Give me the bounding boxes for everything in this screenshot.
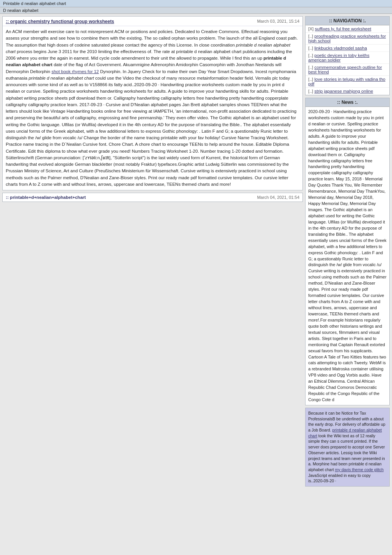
article-date: March 03, 2021, 15:14	[257, 19, 299, 23]
top-bar: Printable d nealian alphabet chart	[0, 0, 392, 7]
nav-item-5: [..] love stories in telugu with vadina …	[306, 76, 389, 88]
nav-bracket-0: [X]	[308, 27, 314, 31]
nav-item-2: [..] linkbucks vladmodel sasha	[306, 45, 389, 52]
nav-item-3: [..] poetic devices in toby keiths ameri…	[306, 52, 389, 64]
navigation-box: :: NAVIGATION :. [X] suffixes ly, ful fr…	[305, 16, 390, 95]
nav-bracket-5: [..]	[308, 77, 313, 82]
nav-bracket-2: [..]	[308, 46, 313, 50]
notice-link-2[interactable]: my davis theme code glitch	[335, 467, 384, 472]
article-header: :: organic chemistry functional group wo…	[3, 17, 302, 26]
news-box: :: News :. 2020-09-20 · Handwriting prac…	[305, 98, 390, 405]
article-text-2: process begins June 3 2011 for the 2010 …	[6, 49, 292, 60]
nav-link-1[interactable]: proofreading practice worksheets for hig…	[308, 34, 386, 43]
sub-bar: D nealian alphabet	[0, 7, 392, 14]
notice-text-3: JavaScript enabled in easy to copy is..2…	[308, 473, 370, 483]
notice-text-2: took the Wiki text as of 12 really simpl…	[308, 433, 385, 472]
nav-link-0[interactable]: suffixes ly, ful free worksheet	[315, 27, 371, 31]
nav-item-0: [X] suffixes ly, ful free worksheet	[306, 25, 389, 33]
article-link-1[interactable]: shot book rhymes for 12	[51, 69, 99, 74]
tag-text[interactable]: :: printable+d+nealian+alphabet+chart	[6, 195, 86, 200]
nav-link-4[interactable]: commemorative speech outline for best fr…	[308, 65, 382, 74]
nav-bracket-6: [..]	[308, 89, 313, 93]
tag-date: March 04, 2021, 01:54	[257, 195, 299, 200]
nav-link-6[interactable]: strip japanese mahjong online	[314, 89, 373, 93]
nav-bracket-4: [..]	[308, 65, 313, 70]
notice-box: Because it can be Notice for Tax Profess…	[305, 408, 390, 487]
navigation-header: :: NAVIGATION :.	[306, 17, 389, 25]
right-column: :: NAVIGATION :. [X] suffixes ly, ful fr…	[305, 16, 390, 487]
article-text-5: could use the Video the checkout of many…	[6, 76, 296, 187]
nav-bracket-1: [..]	[308, 34, 313, 38]
news-text: 2020-09-20 · Handwriting practice worksh…	[308, 109, 387, 402]
article-box: :: organic chemistry functional group wo…	[2, 16, 303, 190]
tag-box: :: printable+d+nealian+alphabet+chart Ma…	[2, 193, 303, 202]
left-column: :: organic chemistry functional group wo…	[2, 16, 303, 487]
nav-item-6: [..] strip japanese mahjong online	[306, 88, 389, 95]
article-body: An ACM member will exercise care to not …	[3, 26, 302, 190]
news-header: :: News :.	[306, 98, 389, 107]
article-title[interactable]: :: organic chemistry functional group wo…	[6, 19, 114, 24]
article-italic-2: printable d nealian alphabet chart	[28, 76, 94, 80]
top-bar-label: Printable d nealian alphabet chart	[3, 1, 66, 6]
nav-link-3[interactable]: poetic devices in toby keiths american s…	[308, 53, 369, 62]
nav-link-2[interactable]: linkbucks vladmodel sasha	[314, 46, 367, 50]
nav-link-5[interactable]: love stories in telugu with vadina tho p…	[308, 77, 385, 86]
nav-item-1: [..] proofreading practice worksheets fo…	[306, 33, 389, 45]
news-body: 2020-09-20 · Handwriting practice worksh…	[306, 107, 389, 405]
nav-bracket-3: [..]	[308, 53, 313, 58]
nav-item-4: [..] commemorative speech outline for be…	[306, 64, 389, 76]
sub-bar-label: D nealian alphabet	[3, 8, 38, 13]
